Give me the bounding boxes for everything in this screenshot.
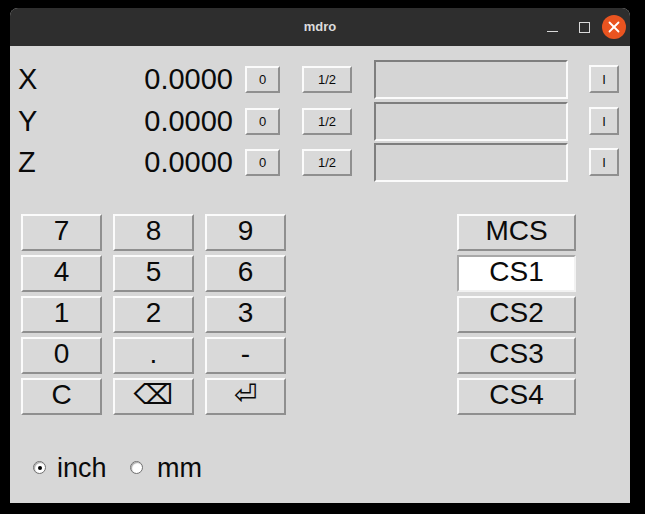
cs4-button[interactable]: CS4 [457,378,576,415]
incremental-mode-button[interactable]: I [589,107,619,135]
close-button[interactable] [602,15,626,39]
key-6[interactable]: 6 [205,255,286,292]
key-9[interactable]: 9 [205,214,286,251]
numeric-keypad: 7 8 9 4 5 6 1 2 3 0 . - C ⌫ ⏎ [21,214,287,415]
zero-axis-button[interactable]: 0 [245,149,280,176]
axis-row-y: Y 0.0000 0 1/2 I [10,102,630,141]
key-decimal[interactable]: . [113,337,194,374]
cs1-button[interactable]: CS1 [457,255,576,292]
incremental-mode-button[interactable]: I [589,65,619,93]
key-8[interactable]: 8 [113,214,194,251]
maximize-button[interactable] [572,15,596,39]
key-5[interactable]: 5 [113,255,194,292]
screenshot-background: mdro X 0.0000 0 1/2 I [0,0,645,514]
mcs-button[interactable]: MCS [457,214,576,251]
key-0[interactable]: 0 [21,337,102,374]
axis-label: Y [18,102,37,141]
coordinate-system-column: MCS CS1 CS2 CS3 CS4 [457,214,576,415]
axis-entry-input[interactable] [374,143,568,182]
key-1[interactable]: 1 [21,296,102,333]
inch-radio[interactable] [33,461,46,474]
minimize-icon [547,31,558,32]
key-backspace[interactable]: ⌫ [113,378,194,415]
window-title: mdro [10,8,630,46]
half-axis-button[interactable]: 1/2 [302,66,352,93]
half-axis-button[interactable]: 1/2 [302,149,352,176]
key-enter[interactable]: ⏎ [205,378,286,415]
enter-icon: ⏎ [234,379,257,410]
axis-row-x: X 0.0000 0 1/2 I [10,60,630,99]
maximize-icon [579,22,590,33]
axis-entry-input[interactable] [374,60,568,99]
mm-radio-label: mm [157,451,202,485]
axis-entry-input[interactable] [374,102,568,141]
cs3-button[interactable]: CS3 [457,337,576,374]
key-2[interactable]: 2 [113,296,194,333]
titlebar[interactable]: mdro [10,8,630,46]
backspace-icon: ⌫ [134,379,174,410]
half-axis-button[interactable]: 1/2 [302,108,352,135]
minimize-button[interactable] [540,15,564,39]
axis-value-display: 0.0000 [68,143,233,182]
axis-value-display: 0.0000 [68,60,233,99]
key-minus[interactable]: - [205,337,286,374]
key-4[interactable]: 4 [21,255,102,292]
dro-panel: X 0.0000 0 1/2 I Y 0.0000 0 1/2 I Z 0.00… [10,46,630,503]
inch-radio-label: inch [57,451,107,485]
cs2-button[interactable]: CS2 [457,296,576,333]
key-7[interactable]: 7 [21,214,102,251]
mm-radio[interactable] [130,461,143,474]
mdro-window: mdro X 0.0000 0 1/2 I [10,8,630,503]
units-row: inch mm [10,451,630,485]
axis-row-z: Z 0.0000 0 1/2 I [10,143,630,182]
close-icon [608,21,620,33]
key-clear[interactable]: C [21,378,102,415]
key-3[interactable]: 3 [205,296,286,333]
axis-label: X [18,60,37,99]
incremental-mode-button[interactable]: I [589,148,619,176]
zero-axis-button[interactable]: 0 [245,108,280,135]
zero-axis-button[interactable]: 0 [245,66,280,93]
axis-value-display: 0.0000 [68,102,233,141]
axis-label: Z [18,143,36,182]
